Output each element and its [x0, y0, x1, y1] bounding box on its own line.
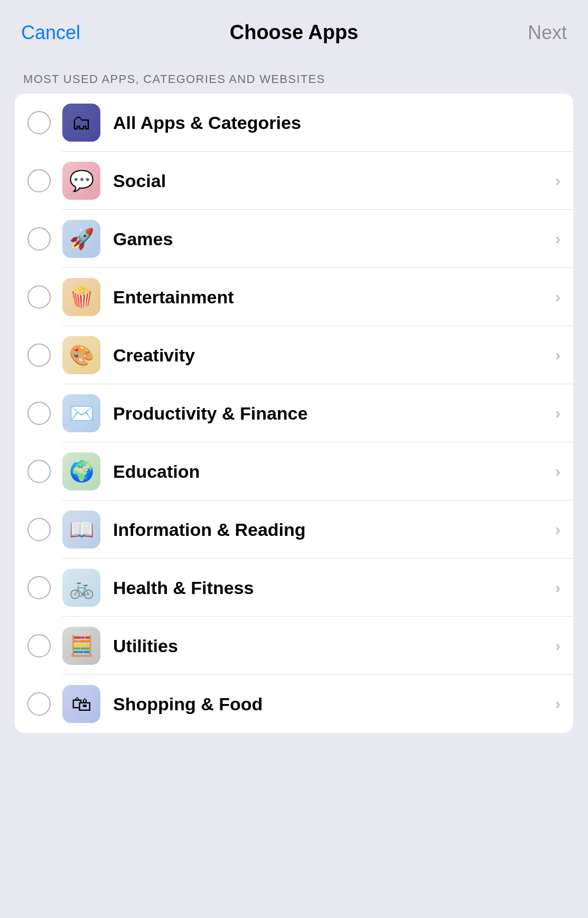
list-item-social[interactable]: 💬Social›: [15, 152, 573, 210]
label-creativity: Creativity: [113, 345, 550, 366]
app-list: 🗂All Apps & Categories💬Social›🚀Games›🍿En…: [15, 94, 573, 733]
label-games: Games: [113, 229, 550, 249]
chevron-icon-games: ›: [555, 230, 561, 248]
chevron-icon-information: ›: [555, 521, 561, 539]
label-productivity: Productivity & Finance: [113, 403, 550, 424]
list-item-creativity[interactable]: 🎨Creativity›: [15, 326, 573, 384]
page-title: Choose Apps: [85, 21, 503, 44]
list-item-health[interactable]: 🚲Health & Fitness›: [15, 559, 573, 617]
chevron-icon-creativity: ›: [555, 346, 561, 364]
label-education: Education: [113, 461, 550, 482]
list-item-education[interactable]: 🌍Education›: [15, 442, 573, 500]
radio-utilities[interactable]: [27, 634, 51, 657]
list-item-utilities[interactable]: 🧮Utilities›: [15, 617, 573, 675]
list-item-all-apps[interactable]: 🗂All Apps & Categories: [15, 94, 573, 152]
chevron-icon-entertainment: ›: [555, 288, 561, 306]
list-item-games[interactable]: 🚀Games›: [15, 210, 573, 268]
icon-creativity: 🎨: [62, 336, 100, 374]
list-item-information[interactable]: 📖Information & Reading›: [15, 500, 573, 559]
chevron-icon-health: ›: [555, 579, 561, 597]
section-label: MOST USED APPS, CATEGORIES AND WEBSITES: [0, 60, 588, 94]
label-health: Health & Fitness: [113, 578, 550, 598]
radio-social[interactable]: [27, 169, 51, 192]
radio-education[interactable]: [27, 460, 51, 483]
chevron-icon-education: ›: [555, 462, 561, 480]
radio-entertainment[interactable]: [27, 285, 51, 309]
label-shopping: Shopping & Food: [113, 694, 550, 715]
radio-all-apps[interactable]: [27, 111, 51, 134]
list-item-entertainment[interactable]: 🍿Entertainment›: [15, 268, 573, 326]
cancel-button[interactable]: Cancel: [21, 22, 85, 44]
icon-social: 💬: [62, 162, 100, 200]
chevron-icon-productivity: ›: [555, 404, 561, 422]
radio-games[interactable]: [27, 227, 51, 251]
icon-information: 📖: [62, 511, 100, 549]
icon-education: 🌍: [62, 452, 100, 490]
icon-shopping: 🛍: [62, 685, 100, 723]
icon-productivity: ✉️: [62, 394, 100, 432]
icon-games: 🚀: [62, 220, 100, 258]
icon-health: 🚲: [62, 569, 100, 607]
list-item-productivity[interactable]: ✉️Productivity & Finance›: [15, 384, 573, 442]
label-social: Social: [113, 171, 550, 191]
label-utilities: Utilities: [113, 636, 550, 656]
header: Cancel Choose Apps Next: [0, 0, 588, 60]
list-item-shopping[interactable]: 🛍Shopping & Food›: [15, 675, 573, 733]
chevron-icon-social: ›: [555, 172, 561, 190]
icon-all-apps: 🗂: [62, 104, 100, 142]
icon-utilities: 🧮: [62, 627, 100, 665]
label-all-apps: All Apps & Categories: [113, 113, 561, 133]
radio-productivity[interactable]: [27, 402, 51, 425]
radio-health[interactable]: [27, 576, 51, 599]
chevron-icon-utilities: ›: [555, 637, 561, 655]
radio-shopping[interactable]: [27, 692, 51, 716]
next-button[interactable]: Next: [503, 22, 567, 44]
icon-entertainment: 🍿: [62, 278, 100, 316]
radio-creativity[interactable]: [27, 344, 51, 367]
label-information: Information & Reading: [113, 520, 550, 540]
radio-information[interactable]: [27, 518, 51, 541]
label-entertainment: Entertainment: [113, 287, 550, 308]
chevron-icon-shopping: ›: [555, 695, 561, 713]
